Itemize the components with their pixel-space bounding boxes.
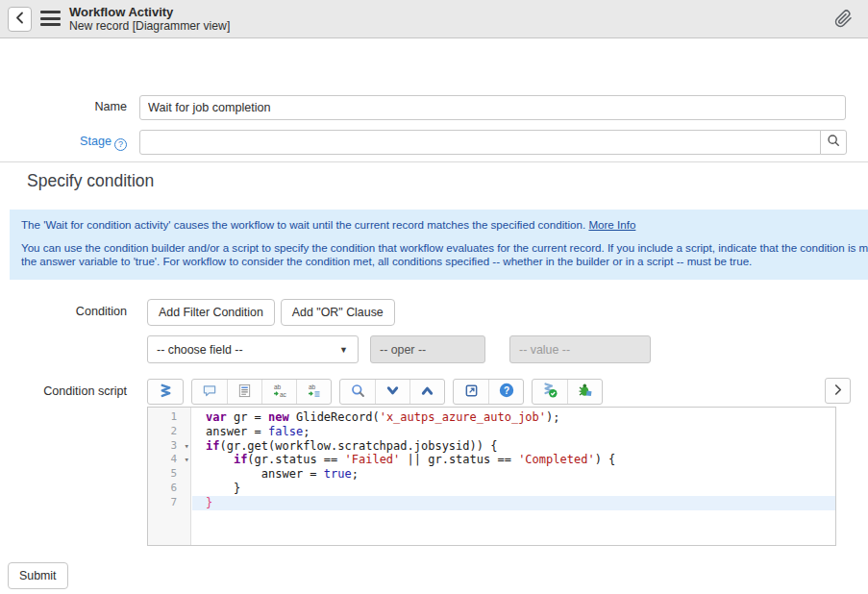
header-bar: Workflow Activity New record [Diagrammer…	[0, 0, 868, 38]
back-button[interactable]	[8, 7, 32, 32]
fold-arrow-icon[interactable]: ▾	[185, 453, 189, 467]
line-number: 5	[148, 467, 192, 482]
chevron-down-icon	[385, 384, 400, 400]
line-number: 1	[148, 410, 192, 425]
format-code-icon	[159, 384, 173, 401]
attachment-paperclip-icon[interactable]	[834, 9, 853, 33]
condition-script-editor[interactable]: 1var gr = new GlideRecord('x_autps_azure…	[147, 407, 836, 546]
line-number: 6	[148, 482, 192, 496]
context-menu-icon[interactable]	[40, 11, 61, 30]
choose-field-select[interactable]: -- choose field -- ▼	[147, 335, 359, 363]
stage-help-icon[interactable]: ?	[114, 138, 127, 151]
stage-label: Stage?	[0, 135, 127, 151]
section-divider	[0, 161, 868, 162]
code-text: answer = false;	[192, 425, 835, 439]
line-number: 7	[148, 496, 192, 510]
code-text: answer = true;	[192, 467, 835, 482]
code-text: if(gr.get(workflow.scratchpad.jobsysid))…	[192, 439, 835, 454]
code-line[interactable]: 3▾if(gr.get(workflow.scratchpad.jobsysid…	[148, 439, 835, 454]
chevron-right-icon	[833, 383, 843, 400]
more-info-link[interactable]: More Info	[588, 218, 635, 231]
workflow-activity-page: Workflow Activity New record [Diagrammer…	[0, 0, 868, 594]
name-label: Name	[0, 100, 127, 113]
add-or-clause-button[interactable]: Add "OR" Clause	[281, 299, 395, 326]
toggle-fullscreen-button[interactable]	[825, 378, 851, 404]
code-line[interactable]: 4▾ if(gr.status == 'Failed' || gr.status…	[148, 453, 835, 467]
replace-icon: abac	[272, 383, 287, 401]
code-lines: 1var gr = new GlideRecord('x_autps_azure…	[148, 408, 835, 510]
section-title: Specify condition	[27, 171, 154, 191]
code-text: }	[192, 482, 835, 496]
condition-buttons: Add Filter Condition Add "OR" Clause	[147, 299, 395, 326]
find-previous-button[interactable]	[409, 380, 444, 404]
header-titles: Workflow Activity New record [Diagrammer…	[69, 5, 230, 34]
script-debugger-button[interactable]	[567, 380, 602, 404]
submit-button[interactable]: Submit	[8, 562, 68, 589]
page-title: Workflow Activity	[69, 5, 230, 19]
code-text: }	[192, 496, 835, 510]
code-line[interactable]: 6 }	[148, 482, 835, 496]
toggle-comment-button[interactable]	[192, 380, 227, 404]
script-editor-toolbar: abac ab	[147, 379, 603, 405]
magnifier-icon	[351, 384, 365, 401]
condition-row: -- choose field -- ▼ -- oper -- -- value…	[147, 335, 651, 363]
help-circle-icon: ?	[499, 383, 514, 401]
code-line[interactable]: 7}	[148, 496, 835, 510]
code-line[interactable]: 2answer = false;	[148, 425, 835, 439]
stage-input[interactable]	[139, 130, 821, 155]
condition-label: Condition	[0, 305, 127, 318]
info-paragraph-2: You can use the condition builder and/or…	[21, 241, 868, 269]
line-number: 4▾	[148, 453, 192, 467]
popout-icon	[464, 384, 479, 401]
search-script-button[interactable]	[340, 380, 375, 404]
chevron-up-icon	[420, 384, 434, 400]
code-line[interactable]: 5 answer = true;	[148, 467, 835, 482]
code-text: if(gr.status == 'Failed' || gr.status ==…	[192, 453, 835, 467]
svg-text:?: ?	[503, 385, 508, 396]
script-check-icon	[542, 383, 558, 401]
search-icon	[827, 134, 840, 151]
stage-lookup-button[interactable]	[820, 130, 847, 155]
svg-text:ab: ab	[274, 384, 282, 390]
value-input: -- value --	[509, 335, 651, 363]
info-message-box: The 'Wait for condition activity' causes…	[10, 210, 868, 280]
name-input[interactable]	[139, 95, 846, 120]
help-button[interactable]: ?	[488, 380, 523, 404]
fold-arrow-icon[interactable]: ▾	[185, 439, 189, 454]
line-number: 2	[148, 425, 192, 439]
chevron-down-icon: ▼	[339, 345, 348, 355]
document-lines-icon	[237, 384, 252, 401]
syntax-check-button[interactable]	[533, 380, 567, 404]
svg-text:ab: ab	[309, 384, 316, 390]
format-document-button[interactable]	[227, 380, 261, 404]
line-number: 3▾	[148, 439, 192, 454]
info-paragraph-1: The 'Wait for condition activity' causes…	[21, 218, 868, 233]
code-line[interactable]: 1var gr = new GlideRecord('x_autps_azure…	[148, 410, 835, 425]
page-subtitle: New record [Diagrammer view]	[69, 19, 230, 34]
comment-bubble-icon	[202, 384, 217, 401]
find-next-button[interactable]	[375, 380, 409, 404]
replace-all-button[interactable]: ab	[296, 380, 331, 404]
chevron-left-icon	[14, 11, 25, 28]
add-filter-condition-button[interactable]: Add Filter Condition	[147, 299, 275, 326]
condition-script-label: Condition script	[0, 384, 127, 398]
bug-icon	[578, 383, 593, 401]
replace-button[interactable]: abac	[261, 380, 296, 404]
operator-select: -- oper --	[370, 335, 485, 363]
open-in-new-window-button[interactable]	[454, 380, 488, 404]
code-text: var gr = new GlideRecord('x_autps_azure_…	[192, 410, 835, 425]
svg-text:ac: ac	[280, 391, 287, 398]
replace-all-icon: ab	[307, 383, 322, 401]
format-code-button[interactable]	[148, 380, 183, 404]
